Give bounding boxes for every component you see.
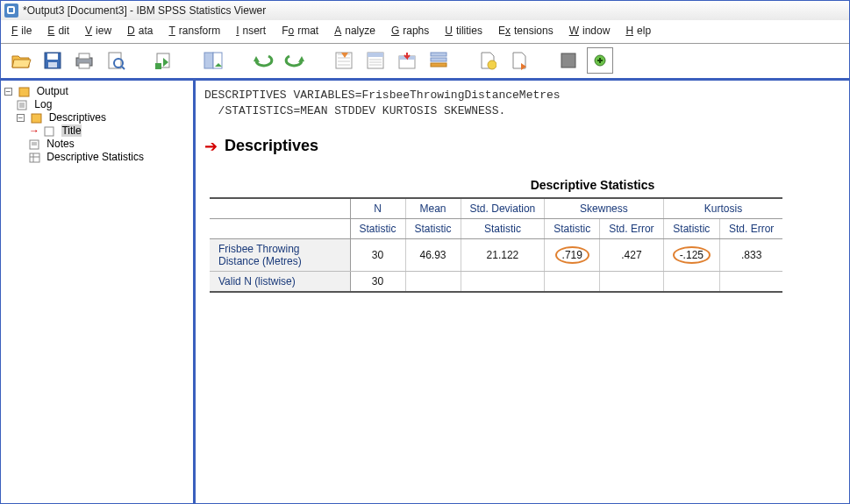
menubar: File Edit View Data Transform Insert For… bbox=[1, 20, 849, 44]
menu-utilities[interactable]: Utilities bbox=[441, 24, 489, 38]
undo-button[interactable] bbox=[250, 47, 276, 74]
log-icon bbox=[17, 100, 29, 110]
sub-skew-stat: Statistic bbox=[545, 219, 600, 239]
highlight-circle: .719 bbox=[555, 246, 589, 264]
svg-rect-24 bbox=[19, 88, 29, 96]
tree-log-label: Log bbox=[34, 98, 52, 110]
menu-transform-label: ransform bbox=[175, 24, 224, 38]
menu-window[interactable]: Window bbox=[566, 24, 618, 38]
menu-extensions[interactable]: Extensions bbox=[495, 24, 561, 38]
sub-skew-se: Std. Error bbox=[600, 219, 663, 239]
svg-rect-27 bbox=[45, 127, 54, 136]
menu-help[interactable]: Help bbox=[622, 24, 658, 38]
export-button[interactable] bbox=[152, 47, 178, 74]
output-icon bbox=[18, 87, 31, 97]
tree-descriptives-label: Descriptives bbox=[49, 111, 106, 124]
collapse-icon[interactable]: − bbox=[17, 114, 25, 122]
col-kurt: Kurtosis bbox=[663, 198, 782, 219]
section-title: Descriptives bbox=[225, 137, 318, 155]
tree-notes-label: Notes bbox=[46, 138, 74, 150]
goto-data-button[interactable] bbox=[201, 47, 227, 74]
menu-utilities-label: tilities bbox=[453, 24, 486, 38]
sub-n: Statistic bbox=[350, 219, 405, 239]
arrow-icon: → bbox=[29, 124, 39, 137]
tree-notes[interactable]: Notes bbox=[29, 138, 191, 150]
menu-view[interactable]: View bbox=[82, 24, 118, 38]
svg-rect-2 bbox=[48, 62, 57, 67]
tree-title-label: Title bbox=[61, 124, 81, 137]
svg-rect-26 bbox=[32, 114, 41, 123]
menu-analyze-label: nalyze bbox=[341, 24, 379, 38]
cell-mean-0: 46.93 bbox=[405, 239, 461, 272]
window-title: *Output3 [Document3] - IBM SPSS Statisti… bbox=[23, 4, 266, 17]
menu-transform[interactable]: Transform bbox=[165, 24, 227, 38]
menu-format-label: rmat bbox=[294, 24, 322, 38]
table-icon bbox=[29, 153, 41, 163]
col-mean: Mean bbox=[405, 198, 461, 219]
menu-window-label: indow bbox=[579, 24, 613, 38]
sub-kurt-stat: Statistic bbox=[663, 219, 719, 239]
tree-output[interactable]: − Output Log − Descriptives bbox=[4, 85, 191, 163]
tree-log[interactable]: Log bbox=[17, 98, 191, 110]
run-doc-button[interactable] bbox=[506, 47, 532, 74]
menu-file[interactable]: File bbox=[8, 24, 39, 38]
designate-button[interactable] bbox=[587, 47, 613, 74]
svg-rect-11 bbox=[204, 53, 213, 68]
svg-rect-20 bbox=[431, 63, 446, 67]
insert-button[interactable] bbox=[425, 47, 452, 74]
sub-mean: Statistic bbox=[405, 219, 461, 239]
sub-sd: Statistic bbox=[461, 219, 545, 239]
preview-button[interactable] bbox=[103, 47, 129, 74]
cell-skew-se-0: .427 bbox=[600, 239, 663, 272]
variables-button[interactable] bbox=[362, 47, 389, 74]
tree-stats[interactable]: Descriptive Statistics bbox=[29, 151, 191, 163]
goto-case-button[interactable] bbox=[331, 47, 357, 74]
open-button[interactable] bbox=[8, 47, 34, 74]
menu-analyze[interactable]: Analyze bbox=[331, 24, 382, 38]
outline-sidebar[interactable]: − Output Log − Descriptives bbox=[1, 81, 196, 503]
new-doc-button[interactable] bbox=[475, 47, 501, 74]
select-button[interactable] bbox=[394, 47, 420, 74]
titlebar: *Output3 [Document3] - IBM SPSS Statisti… bbox=[1, 1, 849, 20]
syntax-line1: DESCRIPTIVES VARIABLES=FrisbeeThrowingDi… bbox=[204, 89, 561, 102]
col-skew: Skewness bbox=[545, 198, 663, 219]
cell-sd-0: 21.122 bbox=[461, 239, 545, 272]
sub-kurt-se: Std. Error bbox=[719, 219, 782, 239]
menu-edit-label: dit bbox=[54, 24, 73, 38]
menu-data-label: ata bbox=[135, 24, 157, 38]
col-sd: Std. Deviation bbox=[461, 198, 545, 219]
save-button[interactable] bbox=[39, 47, 66, 74]
col-blank2 bbox=[210, 219, 350, 239]
print-button[interactable] bbox=[71, 47, 97, 74]
menu-data[interactable]: Data bbox=[124, 24, 160, 38]
svg-point-21 bbox=[488, 60, 496, 69]
arrow-icon: ➔ bbox=[204, 138, 218, 154]
output-viewer[interactable]: DESCRIPTIVES VARIABLES=FrisbeeThrowingDi… bbox=[196, 81, 849, 503]
tree-title[interactable]: → Title bbox=[29, 124, 191, 137]
row-label-1: Valid N (listwise) bbox=[210, 272, 350, 293]
svg-rect-10 bbox=[155, 63, 161, 69]
cell-kurt-stat-0: -.125 bbox=[663, 239, 719, 272]
menu-extensions-label: tensions bbox=[511, 24, 557, 38]
svg-rect-19 bbox=[431, 58, 446, 61]
svg-rect-22 bbox=[561, 53, 575, 67]
menu-view-label: iew bbox=[92, 24, 115, 38]
gray-button[interactable] bbox=[555, 47, 582, 74]
menu-edit[interactable]: Edit bbox=[44, 24, 76, 38]
col-blank bbox=[210, 198, 350, 219]
collapse-icon[interactable]: − bbox=[4, 88, 12, 96]
title-icon bbox=[44, 126, 56, 137]
svg-rect-5 bbox=[79, 63, 89, 68]
menu-format[interactable]: Format bbox=[278, 24, 325, 38]
tree-descriptives[interactable]: − Descriptives → Title bbox=[17, 111, 191, 163]
notes-icon bbox=[29, 139, 41, 150]
menu-insert-label: nsert bbox=[239, 24, 269, 38]
redo-button[interactable] bbox=[282, 47, 308, 74]
svg-rect-29 bbox=[30, 153, 39, 162]
menu-insert[interactable]: Insert bbox=[232, 24, 273, 38]
cell-skew-stat-0: .719 bbox=[545, 239, 600, 272]
menu-graphs[interactable]: Graphs bbox=[388, 24, 436, 38]
svg-rect-4 bbox=[79, 53, 89, 59]
cell-n-1: 30 bbox=[350, 272, 405, 293]
svg-rect-18 bbox=[431, 53, 446, 56]
